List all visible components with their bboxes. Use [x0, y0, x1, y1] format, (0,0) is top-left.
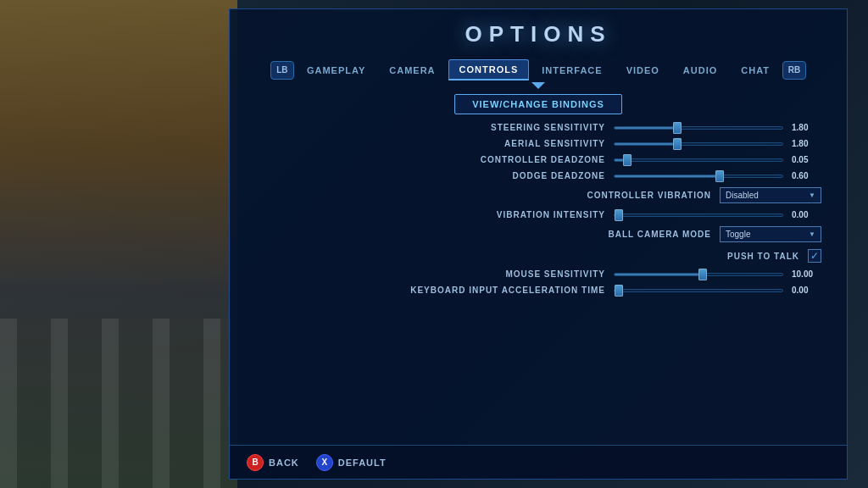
- mouse-sensitivity-value: 10.00: [792, 269, 821, 279]
- aerial-sensitivity-label: AERIAL SENSITIVITY: [436, 139, 605, 148]
- tab-controls[interactable]: CONTROLS: [448, 59, 530, 80]
- steering-sensitivity-fill: [615, 127, 673, 129]
- tab-audio[interactable]: AUDIO: [672, 60, 728, 80]
- mouse-sensitivity-fill: [615, 274, 698, 275]
- controller-vibration-row: CONTROLLER VIBRATION Disabled ▼: [255, 187, 821, 203]
- page-title: OPTIONS: [230, 9, 847, 56]
- ball-camera-mode-row: BALL CAMERA MODE Toggle ▼: [255, 226, 821, 242]
- keyboard-acceleration-label: KEYBOARD INPUT ACCELERATION TIME: [410, 286, 605, 295]
- tabs-container: LB GAMEPLAY CAMERA CONTROLS INTERFACE VI…: [230, 56, 847, 80]
- tab-gameplay[interactable]: GAMEPLAY: [296, 60, 376, 80]
- dodge-deadzone-slider[interactable]: [614, 175, 783, 178]
- dodge-deadzone-row: DODGE DEADZONE 0.60: [255, 171, 821, 180]
- aerial-sensitivity-slider[interactable]: [614, 142, 783, 146]
- controller-vibration-value: Disabled: [726, 191, 759, 200]
- dodge-deadzone-track: [614, 175, 783, 178]
- tab-nav-right[interactable]: RB: [782, 61, 806, 80]
- push-to-talk-row: PUSH TO TALK ✓: [255, 249, 821, 263]
- aerial-sensitivity-value: 1.80: [792, 139, 821, 148]
- dodge-deadzone-thumb: [715, 170, 724, 182]
- steering-sensitivity-value: 1.80: [792, 123, 821, 132]
- tab-arrow-shape: [531, 82, 545, 89]
- ball-camera-mode-label: BALL CAMERA MODE: [542, 230, 711, 239]
- back-button[interactable]: B BACK: [247, 454, 299, 471]
- push-to-talk-checkbox[interactable]: ✓: [808, 249, 821, 263]
- aerial-sensitivity-thumb: [673, 138, 682, 150]
- vibration-intensity-label: VIBRATION INTENSITY: [436, 210, 605, 219]
- mouse-sensitivity-label: MOUSE SENSITIVITY: [436, 269, 605, 279]
- controller-deadzone-fill: [615, 159, 623, 161]
- controller-deadzone-slider[interactable]: [614, 158, 783, 162]
- dodge-deadzone-label: DODGE DEADZONE: [436, 171, 605, 180]
- steering-sensitivity-row: STEERING SENSITIVITY 1.80: [255, 123, 821, 132]
- controller-deadzone-row: CONTROLLER DEADZONE 0.05: [255, 155, 821, 164]
- default-button[interactable]: X DEFAULT: [316, 454, 387, 471]
- bindings-button[interactable]: VIEW/CHANGE BINDINGS: [454, 94, 622, 114]
- bg-road: [0, 319, 237, 488]
- steering-sensitivity-track: [614, 126, 783, 130]
- b-button-icon: B: [247, 454, 264, 471]
- aerial-sensitivity-row: AERIAL SENSITIVITY 1.80: [255, 139, 821, 148]
- mouse-sensitivity-slider[interactable]: [614, 273, 783, 276]
- ball-camera-mode-dropdown[interactable]: Toggle ▼: [720, 226, 821, 242]
- keyboard-acceleration-track: [614, 289, 783, 292]
- options-panel: OPTIONS LB GAMEPLAY CAMERA CONTROLS INTE…: [229, 8, 848, 480]
- vibration-intensity-value: 0.00: [792, 210, 821, 219]
- bindings-button-container: VIEW/CHANGE BINDINGS: [230, 94, 847, 114]
- ball-camera-dropdown-arrow-icon: ▼: [809, 230, 815, 238]
- default-label: DEFAULT: [338, 458, 387, 468]
- vibration-intensity-row: VIBRATION INTENSITY 0.00: [255, 210, 821, 219]
- push-to-talk-label: PUSH TO TALK: [630, 252, 799, 261]
- tab-interface[interactable]: INTERFACE: [531, 60, 613, 80]
- dropdown-arrow-icon: ▼: [809, 191, 815, 199]
- keyboard-acceleration-thumb: [615, 285, 623, 297]
- ball-camera-mode-value: Toggle: [726, 230, 750, 239]
- controller-deadzone-label: CONTROLLER DEADZONE: [436, 155, 605, 164]
- vibration-intensity-track: [614, 214, 783, 217]
- tab-camera[interactable]: CAMERA: [378, 60, 446, 80]
- bottom-bar: B BACK X DEFAULT: [230, 445, 847, 479]
- tab-active-indicator: [230, 82, 847, 89]
- settings-area: STEERING SENSITIVITY 1.80 AERIAL SENSITI…: [230, 123, 847, 295]
- keyboard-acceleration-row: KEYBOARD INPUT ACCELERATION TIME 0.00: [255, 286, 821, 295]
- mouse-sensitivity-track: [614, 273, 783, 276]
- dodge-deadzone-value: 0.60: [792, 171, 821, 180]
- steering-sensitivity-label: STEERING SENSITIVITY: [436, 123, 605, 132]
- controller-deadzone-track: [614, 158, 783, 162]
- aerial-sensitivity-track: [614, 142, 783, 146]
- tab-chat[interactable]: CHAT: [730, 60, 781, 80]
- tab-video[interactable]: VIDEO: [615, 60, 670, 80]
- vibration-intensity-thumb: [615, 209, 623, 221]
- aerial-sensitivity-fill: [615, 143, 673, 145]
- dodge-deadzone-fill: [615, 175, 715, 177]
- keyboard-acceleration-value: 0.00: [792, 286, 821, 295]
- back-label: BACK: [269, 458, 299, 468]
- mouse-sensitivity-row: MOUSE SENSITIVITY 10.00: [255, 269, 821, 279]
- controller-vibration-label: CONTROLLER VIBRATION: [542, 191, 711, 200]
- x-button-icon: X: [316, 454, 333, 471]
- controller-vibration-dropdown[interactable]: Disabled ▼: [720, 187, 821, 203]
- tab-nav-left[interactable]: LB: [270, 61, 294, 80]
- steering-sensitivity-thumb: [673, 122, 682, 134]
- steering-sensitivity-slider[interactable]: [614, 126, 783, 130]
- controller-deadzone-value: 0.05: [792, 155, 821, 164]
- mouse-sensitivity-thumb: [698, 269, 707, 280]
- keyboard-acceleration-slider[interactable]: [614, 289, 783, 292]
- vibration-intensity-slider[interactable]: [614, 214, 783, 217]
- controller-deadzone-thumb: [623, 154, 632, 166]
- checkmark-icon: ✓: [810, 250, 819, 262]
